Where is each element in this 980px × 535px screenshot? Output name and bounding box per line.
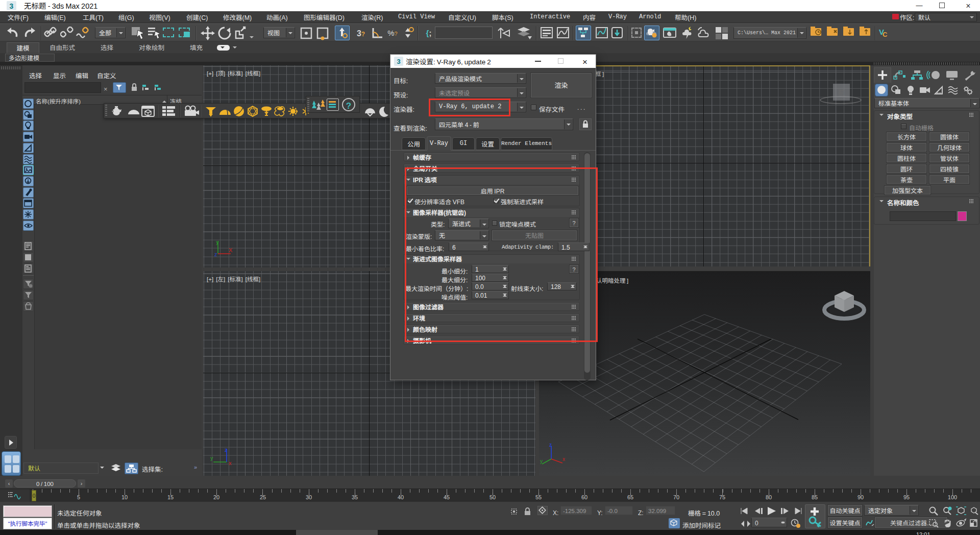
svg-text:z: z bbox=[549, 443, 552, 448]
svg-text:y: y bbox=[210, 453, 213, 461]
svg-text:y: y bbox=[216, 238, 219, 246]
svg-text:y: y bbox=[540, 457, 543, 465]
svg-text:z: z bbox=[214, 250, 217, 258]
svg-text:x: x bbox=[229, 458, 232, 466]
svg-text:x: x bbox=[562, 455, 565, 463]
svg-text:X: X bbox=[229, 246, 233, 254]
svg-text:z: z bbox=[225, 445, 228, 453]
